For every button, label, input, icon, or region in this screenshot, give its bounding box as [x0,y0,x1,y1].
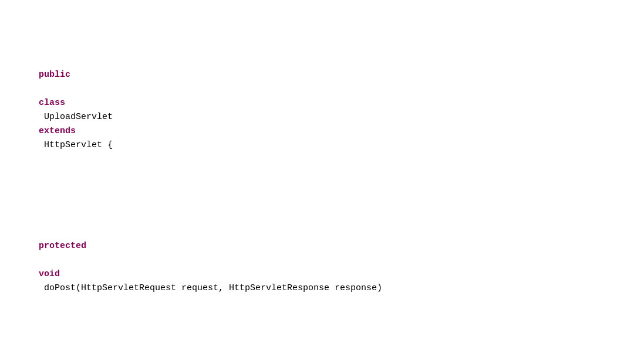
code-container: public class UploadServlet extends HttpS… [18,12,626,340]
keyword-protected: protected [39,241,86,251]
keyword-extends: extends [39,126,76,136]
code-line-2: protected void doPost(HttpServletRequest… [18,211,626,310]
keyword-public: public [39,70,70,80]
keyword-class: class [39,98,65,108]
keyword-void: void [39,269,60,279]
code-line-1: public class UploadServlet extends HttpS… [18,54,626,166]
